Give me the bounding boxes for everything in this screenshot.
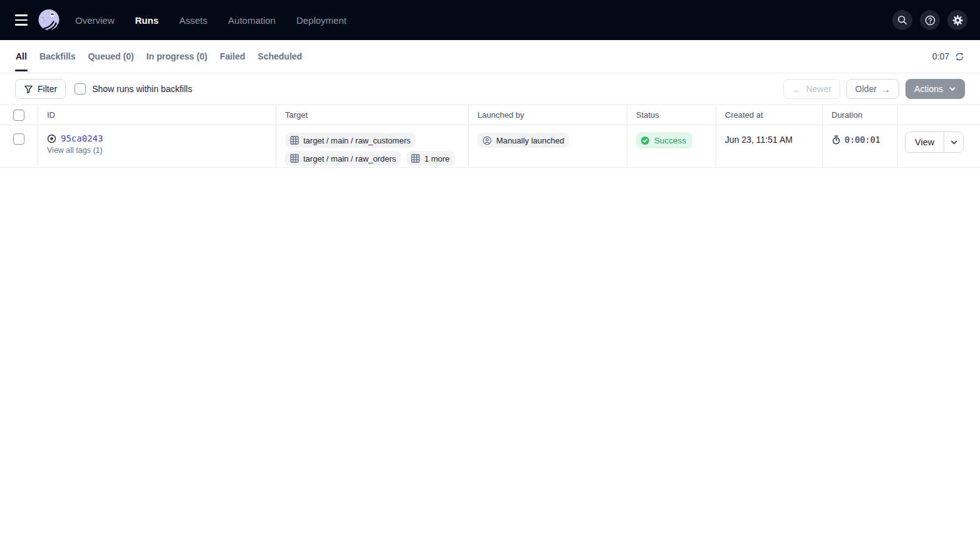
asset-tag[interactable]: target / main / raw_orders xyxy=(285,151,401,166)
tab-backfills[interactable]: Backfills xyxy=(39,40,76,73)
dagster-logo-icon[interactable] xyxy=(36,8,61,33)
older-button-label: Older xyxy=(855,84,877,94)
nav-item-deployment[interactable]: Deployment xyxy=(296,15,347,26)
nav-item-automation[interactable]: Automation xyxy=(228,15,276,26)
view-run-button[interactable]: View xyxy=(905,132,944,152)
refresh-icon[interactable] xyxy=(954,51,965,62)
row-checkbox[interactable] xyxy=(13,133,24,145)
nav-icon-group xyxy=(892,10,967,30)
dagster-runs-page: Overview Runs Assets Automation Deployme… xyxy=(0,0,980,533)
runs-table-header: ID Target Launched by Status Created at … xyxy=(0,105,980,125)
launched-by-label: Manually launched xyxy=(496,136,564,145)
col-header-actions xyxy=(897,105,980,125)
refresh-countdown: 0:07 xyxy=(932,51,949,61)
chevron-down-icon xyxy=(950,138,958,147)
tab-all[interactable]: All xyxy=(15,40,28,73)
status-badge: Success xyxy=(636,132,692,148)
col-header-created-at: Created at xyxy=(716,105,822,125)
tab-in-progress[interactable]: In progress (0) xyxy=(146,40,208,73)
run-id-cell: 95ca0243 View all tags (1) xyxy=(38,125,276,167)
help-icon[interactable] xyxy=(920,10,940,30)
run-id-link[interactable]: 95ca0243 xyxy=(61,133,103,143)
more-assets-label: 1 more xyxy=(424,154,449,163)
created-at-cell: Jun 23, 11:51 AM xyxy=(716,125,822,167)
arrow-left-icon: ← xyxy=(792,84,801,95)
runs-toolbar: Filter Show runs within backfills ← Newe… xyxy=(0,73,980,105)
status-cell: Success xyxy=(627,125,716,167)
nav-item-assets[interactable]: Assets xyxy=(179,15,207,26)
table-grid-icon xyxy=(411,154,420,163)
show-backfills-label[interactable]: Show runs within backfills xyxy=(92,84,192,94)
older-button[interactable]: Older → xyxy=(847,79,899,99)
actions-button[interactable]: Actions xyxy=(905,79,965,99)
asset-tag-label: target / main / raw_customers xyxy=(303,136,410,145)
select-all-checkbox[interactable] xyxy=(13,110,24,121)
settings-icon[interactable] xyxy=(947,10,967,30)
target-cell: target / main / raw_customers target / m… xyxy=(276,125,468,167)
filter-funnel-icon xyxy=(24,85,33,94)
duration-cell: 0:00:01 xyxy=(822,125,897,167)
user-icon xyxy=(482,136,492,145)
row-actions-cell: View xyxy=(897,125,980,167)
run-status-target-icon xyxy=(47,134,56,143)
nav-item-runs[interactable]: Runs xyxy=(135,15,159,26)
col-header-status: Status xyxy=(627,105,716,125)
launched-by-cell: Manually launched xyxy=(468,125,627,167)
filter-button-label: Filter xyxy=(38,84,57,94)
hamburger-menu-icon[interactable] xyxy=(9,8,34,33)
table-grid-icon xyxy=(290,136,299,145)
more-assets-tag[interactable]: 1 more xyxy=(406,151,454,166)
view-all-tags-link[interactable]: View all tags (1) xyxy=(47,146,103,155)
tab-scheduled[interactable]: Scheduled xyxy=(257,40,303,73)
col-header-id: ID xyxy=(38,105,276,125)
arrow-right-icon: → xyxy=(881,84,890,95)
newer-button-label: Newer xyxy=(806,84,831,94)
duration-value: 0:00:01 xyxy=(845,135,880,145)
tabs: All Backfills Queued (0) In progress (0)… xyxy=(15,40,303,73)
view-run-dropdown-button[interactable] xyxy=(944,132,963,152)
main-nav: Overview Runs Assets Automation Deployme… xyxy=(75,15,347,26)
top-navigation: Overview Runs Assets Automation Deployme… xyxy=(0,0,980,40)
runs-tab-bar: All Backfills Queued (0) In progress (0)… xyxy=(0,40,980,73)
asset-tag-label: target / main / raw_orders xyxy=(303,154,396,163)
check-circle-icon xyxy=(640,136,650,145)
actions-button-label: Actions xyxy=(914,84,943,94)
run-row: 95ca0243 View all tags (1) target / main… xyxy=(0,125,980,168)
col-header-target: Target xyxy=(276,105,468,125)
stopwatch-icon xyxy=(831,135,841,145)
newer-button[interactable]: ← Newer xyxy=(783,79,840,99)
filter-button[interactable]: Filter xyxy=(15,79,66,99)
table-grid-icon xyxy=(290,154,299,163)
col-header-launched-by: Launched by xyxy=(468,105,627,125)
launched-by-tag[interactable]: Manually launched xyxy=(477,133,569,148)
tab-failed[interactable]: Failed xyxy=(219,40,246,73)
chevron-down-icon xyxy=(949,85,956,93)
status-label: Success xyxy=(654,136,686,145)
nav-item-overview[interactable]: Overview xyxy=(75,15,115,26)
tab-queued[interactable]: Queued (0) xyxy=(87,40,134,73)
col-header-duration: Duration xyxy=(822,105,897,125)
octopus-logo xyxy=(36,8,61,33)
asset-tag[interactable]: target / main / raw_customers xyxy=(285,133,415,148)
show-backfills-checkbox[interactable] xyxy=(75,83,86,95)
search-icon[interactable] xyxy=(892,10,912,30)
